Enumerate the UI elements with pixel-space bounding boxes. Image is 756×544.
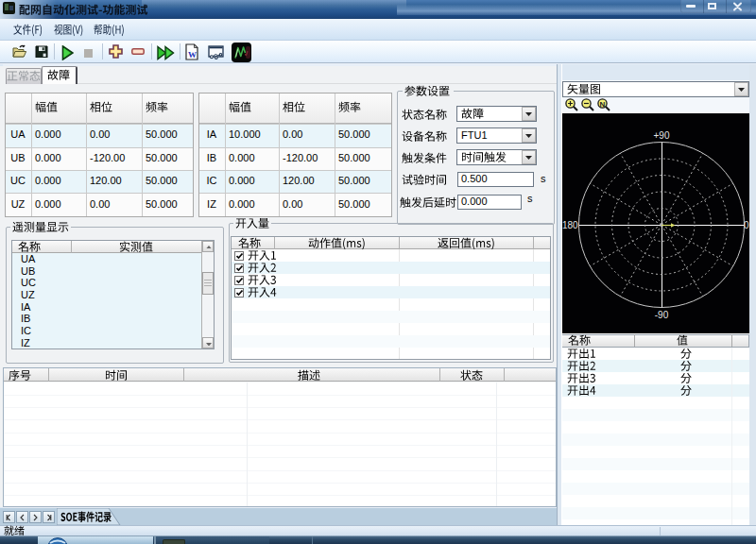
svg-text:N: N [600,100,606,109]
svg-text:180: 180 [562,220,578,230]
svg-text:W: W [188,50,197,60]
svg-text:+90: +90 [654,130,670,141]
svg-text:-90: -90 [655,310,669,320]
